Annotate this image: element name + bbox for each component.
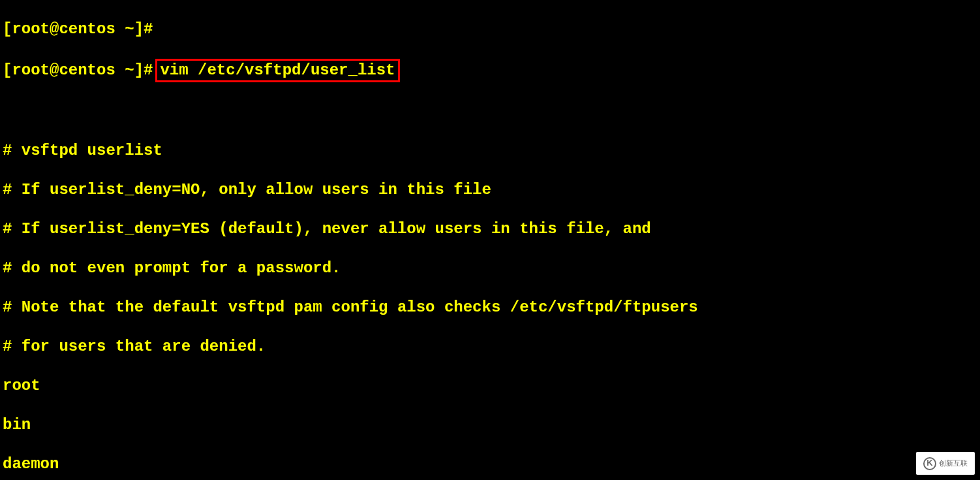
file-comment-line: # do not even prompt for a password. — [3, 259, 977, 278]
file-comment-line: # vsftpd userlist — [3, 141, 977, 161]
file-comment-line: # for users that are denied. — [3, 337, 977, 357]
user-entry: daemon — [3, 455, 977, 474]
user-entry: bin — [3, 415, 977, 435]
watermark-icon: K — [923, 457, 936, 470]
shell-prompt: [root@centos ~]# — [3, 61, 153, 80]
watermark-text: 创新互联 — [939, 459, 968, 468]
terminal-output[interactable]: [root@centos ~]# [root@centos ~]#vim /et… — [0, 0, 980, 480]
user-entry: root — [3, 376, 977, 396]
highlighted-command: vim /etc/vsftpd/user_list — [155, 59, 399, 82]
prompt-line-1: [root@centos ~]# — [3, 20, 977, 39]
blank-line — [3, 102, 977, 121]
file-comment-line: # Note that the default vsftpd pam confi… — [3, 298, 977, 317]
shell-prompt: [root@centos ~]# — [3, 20, 153, 38]
prompt-line-2: [root@centos ~]#vim /etc/vsftpd/user_lis… — [3, 59, 977, 82]
file-comment-line: # If userlist_deny=YES (default), never … — [3, 219, 977, 239]
watermark-logo: K 创新互联 — [916, 452, 975, 475]
file-comment-line: # If userlist_deny=NO, only allow users … — [3, 180, 977, 200]
